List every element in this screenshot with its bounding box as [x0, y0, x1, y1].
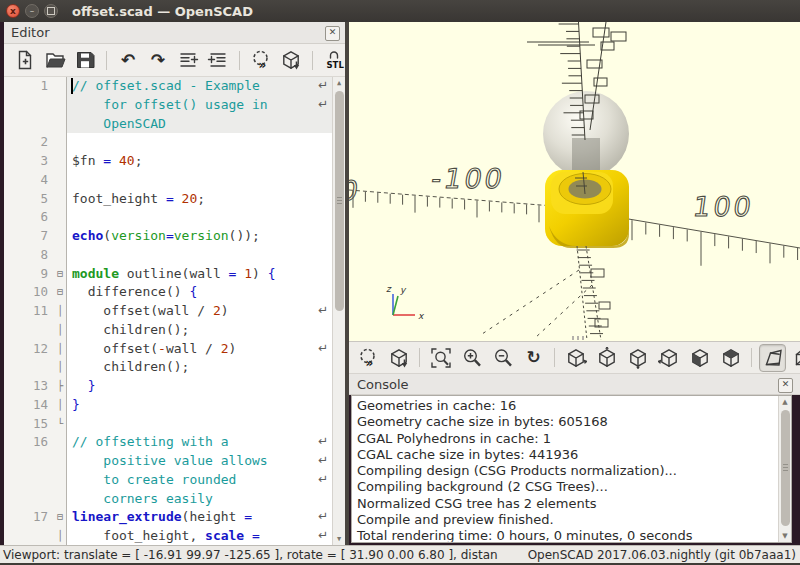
- 3d-viewport[interactable]: -100 100 0 x y z: [349, 22, 800, 341]
- version-status-text: OpenSCAD 2017.06.03.nightly (git 0b7aaa1…: [528, 548, 800, 562]
- code-row[interactable]: 3$fn = 40;: [4, 152, 345, 171]
- code-text: corners easily: [67, 490, 213, 509]
- view-back-button[interactable]: [717, 344, 744, 372]
- save-button[interactable]: [73, 48, 97, 72]
- perspective-button[interactable]: [759, 344, 786, 372]
- fold-marker: [54, 133, 67, 152]
- 3d-scene[interactable]: -100 100 0 x y z: [349, 22, 800, 341]
- scroll-down-icon[interactable]: ▼: [779, 532, 791, 540]
- line-number: 4: [4, 171, 54, 190]
- code-row[interactable]: 1// offset.scad - Example↵: [4, 77, 345, 96]
- code-row[interactable]: │ children();: [4, 358, 345, 377]
- line-number: 8: [4, 246, 54, 265]
- code-row[interactable]: corners easily: [4, 490, 345, 509]
- scroll-up-icon[interactable]: ▲: [779, 398, 791, 406]
- render-button[interactable]: [385, 344, 412, 372]
- scroll-up-icon[interactable]: ▲: [333, 79, 345, 87]
- code-row[interactable]: for offset() usage in↵: [4, 96, 345, 115]
- console-scrollbar[interactable]: ▲ ▼: [778, 396, 791, 542]
- reset-view-button[interactable]: ↻: [520, 344, 547, 372]
- console-log[interactable]: Geometries in cache: 16Geometry cache si…: [351, 395, 792, 543]
- editor-scrollbar[interactable]: ▲ ▼: [332, 77, 345, 545]
- window-maximize-button[interactable]: [44, 4, 58, 18]
- redo-button[interactable]: ↷: [146, 48, 170, 72]
- code-text: to create rounded: [67, 471, 236, 490]
- fold-marker: [54, 246, 67, 265]
- window-title: offset.scad — OpenSCAD: [72, 4, 253, 19]
- code-row[interactable]: 10⊟ difference() {: [4, 283, 345, 302]
- code-row[interactable]: positive value allows↵: [4, 452, 345, 471]
- zoom-all-button[interactable]: [427, 344, 454, 372]
- code-row[interactable]: 15└: [4, 415, 345, 434]
- new-file-button[interactable]: [13, 48, 37, 72]
- console-line: Compiling background (2 CSG Trees)...: [352, 479, 791, 495]
- line-number: 10: [4, 283, 54, 302]
- code-row[interactable]: 14│}: [4, 396, 345, 415]
- code-row[interactable]: 2: [4, 133, 345, 152]
- svg-text:0: 0: [349, 175, 364, 206]
- code-row[interactable]: 17⊟linear_extrude(height =↵: [4, 508, 345, 527]
- view-left-icon: [658, 347, 680, 369]
- new-file-icon: [14, 49, 36, 71]
- fold-marker: │: [54, 396, 67, 415]
- code-row[interactable]: to create rounded↵: [4, 471, 345, 490]
- open-file-button[interactable]: [43, 48, 67, 72]
- code-text: positive value allows: [67, 452, 268, 471]
- code-row[interactable]: 9⊟module outline(wall = 1) {: [4, 265, 345, 284]
- indent-button[interactable]: [206, 48, 230, 72]
- wrap-indicator-icon: ↵: [318, 453, 328, 467]
- code-text: // offsetting with a: [67, 433, 229, 452]
- openscad-window: x – offset.scad — OpenSCAD Editor ✕ ↶↷»S…: [0, 0, 800, 565]
- console-line: Normalized CSG tree has 2 elements: [352, 496, 791, 512]
- code-text: }: [67, 377, 95, 396]
- fold-marker[interactable]: ⊟: [54, 508, 67, 527]
- fold-marker[interactable]: ⊟: [54, 265, 67, 284]
- code-row[interactable]: │ children();: [4, 321, 345, 340]
- preview-button[interactable]: »: [249, 48, 273, 72]
- editor-scrollbar-thumb[interactable]: [335, 91, 344, 311]
- code-editor[interactable]: 1// offset.scad - Example↵ for offset() …: [4, 77, 345, 545]
- code-row[interactable]: │ foot_height, scale =↵: [4, 527, 345, 545]
- render-button[interactable]: [279, 48, 303, 72]
- window-close-button[interactable]: x: [6, 4, 20, 18]
- code-row[interactable]: 8: [4, 246, 345, 265]
- editor-close-icon[interactable]: ✕: [325, 26, 340, 41]
- unindent-button[interactable]: [176, 48, 200, 72]
- zoom-out-button[interactable]: [489, 344, 516, 372]
- view-front-button[interactable]: [686, 344, 713, 372]
- view-left-button[interactable]: [655, 344, 682, 372]
- code-row[interactable]: 5foot_height = 20;: [4, 190, 345, 209]
- code-row[interactable]: OpenSCAD: [4, 115, 345, 134]
- code-row[interactable]: 6: [4, 208, 345, 227]
- undo-button[interactable]: ↶: [116, 48, 140, 72]
- perspective-icon: [762, 347, 784, 369]
- console-scrollbar-thumb[interactable]: [781, 410, 790, 526]
- code-row[interactable]: 4: [4, 171, 345, 190]
- window-minimize-button[interactable]: –: [25, 4, 39, 18]
- code-row[interactable]: 12│ offset(-wall / 2)↵: [4, 340, 345, 359]
- render-icon: [388, 347, 410, 369]
- console-close-icon[interactable]: ✕: [778, 378, 793, 393]
- fold-marker: └: [54, 415, 67, 434]
- code-row[interactable]: 7echo(version=version());: [4, 227, 345, 246]
- line-number: 9: [4, 265, 54, 284]
- fold-marker: [54, 490, 67, 509]
- zoom-in-button[interactable]: [458, 344, 485, 372]
- preview-button[interactable]: »: [354, 344, 381, 372]
- code-row[interactable]: 13├ }: [4, 377, 345, 396]
- code-text: offset(-wall / 2): [67, 340, 236, 359]
- export-stl-button[interactable]: STL: [322, 48, 346, 72]
- line-number: [4, 358, 54, 377]
- view-right-button[interactable]: [562, 344, 589, 372]
- code-row[interactable]: 16// offsetting with a↵: [4, 433, 345, 452]
- console-line: Compile and preview finished.: [352, 512, 791, 528]
- scroll-down-icon[interactable]: ▼: [333, 535, 345, 543]
- titlebar[interactable]: x – offset.scad — OpenSCAD: [0, 0, 800, 22]
- code-row[interactable]: 11│ offset(wall / 2)↵: [4, 302, 345, 321]
- orthogonal-button[interactable]: [790, 344, 800, 372]
- line-number: 7: [4, 227, 54, 246]
- splitter-handle[interactable]: [572, 336, 586, 340]
- view-bottom-button[interactable]: [624, 344, 651, 372]
- view-top-button[interactable]: [593, 344, 620, 372]
- fold-marker[interactable]: ⊟: [54, 283, 67, 302]
